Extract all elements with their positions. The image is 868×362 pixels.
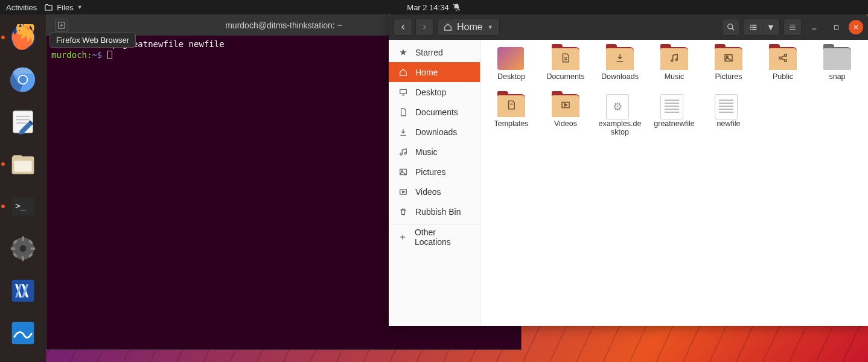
file-item[interactable]: snap — [815, 47, 860, 91]
desktop-folder-icon — [497, 47, 524, 70]
cursor — [107, 51, 112, 59]
svg-rect-35 — [750, 29, 751, 30]
chevron-left-icon — [400, 24, 407, 31]
files-icon — [10, 151, 36, 177]
minimize-icon — [811, 24, 818, 31]
file-label: Public — [773, 72, 793, 81]
sidebar-item-downloads[interactable]: Downloads — [389, 122, 480, 142]
sidebar-item-desktop[interactable]: Desktop — [389, 82, 480, 102]
wireshark-icon — [10, 320, 36, 346]
sidebar-item-pictures[interactable]: Pictures — [389, 162, 480, 182]
svg-text:>_: >_ — [15, 200, 26, 211]
folder-icon — [497, 94, 525, 117]
file-item[interactable]: greatnewfile — [652, 94, 697, 138]
clock[interactable]: Mar 2 14:34 — [407, 3, 448, 12]
svg-rect-10 — [13, 155, 22, 159]
app-menu[interactable]: Files ▼ — [44, 3, 82, 12]
sidebar-item-home[interactable]: Home — [389, 62, 480, 82]
dock-settings[interactable] — [7, 233, 39, 264]
file-item[interactable]: Documents — [543, 47, 588, 91]
list-icon — [749, 23, 758, 31]
dock-files[interactable] — [7, 148, 39, 180]
folder-icon — [606, 47, 634, 70]
close-icon — [853, 24, 859, 30]
home-icon — [398, 68, 408, 77]
sidebar-item-label: Rubbish Bin — [415, 207, 461, 217]
dock-firefox[interactable] — [7, 22, 39, 53]
gear-icon — [10, 235, 36, 262]
hamburger-menu-button[interactable] — [783, 19, 802, 36]
file-label: Videos — [554, 119, 577, 128]
download-icon — [398, 128, 408, 136]
sidebar-item-label: Music — [415, 147, 438, 157]
files-icon-view[interactable]: DesktopDocumentsDownloadsMusicPicturesPu… — [480, 40, 868, 326]
sidebar-item-starred[interactable]: Starred — [389, 42, 480, 62]
app-menu-label: Files — [57, 3, 73, 12]
file-item[interactable]: Desktop — [489, 47, 534, 91]
desktop-file-icon: ⚙ — [606, 94, 629, 119]
sidebar-item-label: Desktop — [415, 87, 446, 97]
dock-terminal[interactable]: >_ — [7, 191, 39, 222]
file-item[interactable]: newfile — [706, 94, 751, 138]
view-options-button[interactable]: ▼ — [762, 19, 780, 36]
search-button[interactable] — [722, 19, 740, 36]
file-item[interactable]: Music — [652, 47, 697, 91]
text-file-icon — [715, 94, 738, 119]
sidebar-item-rubbish-bin[interactable]: Rubbish Bin — [389, 202, 480, 221]
file-label: Downloads — [601, 72, 639, 81]
dock: >_ — [0, 14, 46, 362]
virtualbox-icon — [10, 278, 36, 304]
svg-rect-32 — [752, 25, 756, 26]
file-label: Documents — [546, 72, 584, 81]
file-label: Pictures — [715, 72, 742, 81]
path-label: Home — [457, 22, 483, 33]
svg-rect-36 — [752, 29, 756, 30]
files-window[interactable]: Home ▼ ▼ StarredHomeDesktopDocumentsDown… — [389, 14, 868, 326]
notification-off-icon[interactable] — [453, 3, 461, 11]
folder-icon — [552, 94, 579, 117]
activities-button[interactable]: Activities — [6, 3, 37, 12]
text-file-icon — [660, 94, 683, 119]
maximize-button[interactable] — [827, 19, 845, 36]
dock-text-editor[interactable] — [7, 106, 39, 138]
file-label: examples.desktop — [598, 119, 642, 137]
svg-rect-31 — [750, 25, 751, 26]
doc-icon — [398, 108, 408, 116]
file-item[interactable]: Downloads — [598, 47, 642, 91]
new-tab-button[interactable] — [55, 19, 68, 32]
file-label: newfile — [717, 119, 741, 128]
dock-virtualbox[interactable] — [7, 275, 39, 306]
svg-point-56 — [671, 60, 673, 62]
text-editor-icon — [10, 109, 36, 135]
sidebar-item-videos[interactable]: Videos — [389, 182, 480, 202]
nav-back-button[interactable] — [394, 19, 412, 36]
file-item[interactable]: Videos — [543, 94, 588, 138]
sidebar-item-music[interactable]: Music — [389, 142, 480, 162]
music-icon — [398, 148, 408, 156]
path-bar[interactable]: Home ▼ — [437, 19, 500, 36]
view-list-button[interactable] — [744, 19, 762, 36]
svg-rect-17 — [22, 256, 24, 261]
svg-rect-16 — [22, 237, 24, 241]
close-button[interactable] — [849, 20, 863, 34]
dock-chromium[interactable] — [7, 64, 39, 95]
file-item[interactable]: Templates — [489, 94, 534, 138]
folder-icon — [660, 47, 688, 70]
prompt-user: murdoch: — [51, 50, 92, 60]
file-item[interactable]: Pictures — [706, 47, 751, 91]
dock-wireshark[interactable] — [7, 317, 39, 349]
file-item[interactable]: ⚙examples.desktop — [598, 94, 642, 138]
svg-point-15 — [20, 246, 27, 252]
top-panel: Activities Files ▼ Mar 2 14:34 — [0, 0, 868, 14]
chevron-down-icon: ▼ — [77, 4, 83, 10]
sidebar-other-locations[interactable]: Other Locations — [389, 227, 480, 247]
file-item[interactable]: Public — [761, 47, 805, 91]
nav-forward-button[interactable] — [415, 19, 433, 36]
svg-rect-41 — [834, 25, 838, 29]
minimize-button[interactable] — [805, 19, 823, 36]
sidebar-item-label: Documents — [415, 107, 458, 117]
chevron-down-icon: ▼ — [767, 22, 775, 32]
svg-point-48 — [404, 152, 407, 154]
sidebar-item-documents[interactable]: Documents — [389, 102, 480, 122]
svg-line-30 — [732, 28, 735, 31]
